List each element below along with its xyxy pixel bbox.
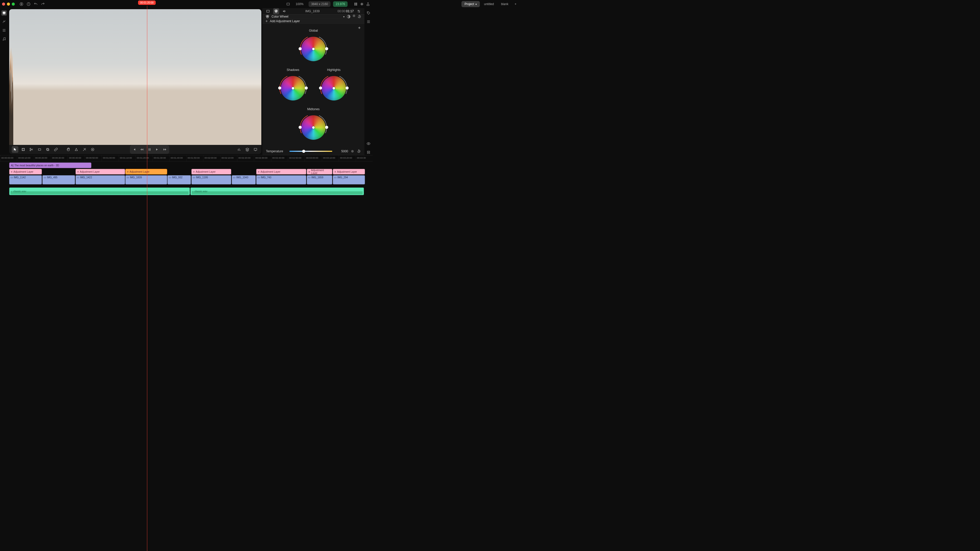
frame-tool[interactable]: [36, 146, 43, 153]
shadows-color-wheel[interactable]: [279, 74, 307, 102]
hand-tool[interactable]: [65, 146, 72, 153]
list-icon[interactable]: [1, 27, 7, 33]
status-group: 100% 3840 x 2160 23.976: [286, 1, 371, 7]
tag-icon[interactable]: [366, 10, 371, 16]
playhead-line[interactable]: [147, 155, 147, 209]
inspector-header: IMG_1839 00:00:01:17: [262, 8, 364, 14]
visibility-icon[interactable]: [366, 141, 371, 146]
highlights-color-wheel[interactable]: [320, 74, 348, 102]
media-browser-icon[interactable]: [1, 10, 7, 16]
title-track: A] The most beautiful places on earth - …: [9, 162, 363, 168]
fps-label[interactable]: 23.976: [333, 1, 348, 7]
highlights-wheel-label: Highlights: [320, 68, 348, 72]
inspector-tab-video[interactable]: [265, 8, 271, 14]
wheel-expand-icon[interactable]: [357, 26, 361, 30]
inspector-settings-icon[interactable]: [356, 8, 362, 14]
temp-keyframe-toggle[interactable]: [351, 150, 354, 152]
resolution-label[interactable]: 3840 x 2160: [309, 1, 331, 7]
copy-tool[interactable]: [45, 146, 51, 153]
audio-clip-2[interactable]: ♪classic.wav: [190, 187, 364, 195]
video-clip[interactable]: ▭IMG_1142: [9, 175, 42, 184]
marker-tool[interactable]: [89, 146, 96, 153]
maximize-window[interactable]: [12, 3, 15, 6]
svg-rect-10: [3, 14, 6, 14]
adjustment-clip[interactable]: ≡Adjustment Layer: [76, 169, 125, 175]
adjustment-track: ≡Adjustment Layer≡Adjustment Layer≡Adjus…: [9, 169, 363, 175]
mask-tool[interactable]: [81, 146, 88, 153]
pause-button[interactable]: [146, 146, 153, 153]
undo-icon[interactable]: [33, 2, 38, 6]
prev-frame-button[interactable]: [138, 146, 145, 153]
inspector-tab-audio[interactable]: [281, 8, 287, 14]
zoom-level[interactable]: 100%: [293, 1, 306, 7]
title-clip[interactable]: A] The most beautiful places on earth - …: [9, 162, 91, 168]
ruler-tick: 00:03:00:00: [305, 156, 321, 161]
svg-rect-50: [367, 151, 369, 152]
sparkle-icon[interactable]: [360, 2, 364, 6]
video-clip[interactable]: ▭IMG_1195: [191, 175, 231, 184]
svg-rect-4: [355, 3, 356, 4]
go-end-button[interactable]: [162, 146, 168, 153]
adjustment-clip[interactable]: ≡Adjustment Layer: [333, 169, 365, 175]
crop-tool[interactable]: [20, 146, 27, 153]
layers-icon[interactable]: [244, 146, 251, 153]
audio-meters-icon[interactable]: [236, 146, 242, 153]
video-clip[interactable]: ▭IMG_495: [42, 175, 75, 184]
display-icon[interactable]: [252, 146, 259, 153]
cut-tool[interactable]: [28, 146, 35, 153]
ruler-tick: 00:00:40:00: [68, 156, 84, 161]
effects-icon[interactable]: [1, 19, 7, 24]
video-clip[interactable]: ▭IMG_1043: [232, 175, 256, 184]
adjustment-clip[interactable]: ≡Adjustment Layer: [125, 169, 167, 175]
audio-clip-1[interactable]: ♪classic.wav: [9, 187, 190, 195]
aspect-icon[interactable]: [286, 2, 291, 6]
reset-icon[interactable]: [357, 14, 361, 19]
audio-tool-icon[interactable]: [1, 36, 7, 42]
video-clip[interactable]: ▭IMG_294: [333, 175, 365, 184]
redo-icon[interactable]: [40, 2, 45, 6]
contrast-icon[interactable]: [347, 14, 351, 19]
ruler-tick: 00:00:00:00: [0, 156, 17, 161]
pointer-tool[interactable]: [12, 146, 18, 153]
temperature-row: Temperature 5000: [262, 147, 364, 156]
link-tool[interactable]: [52, 146, 59, 153]
global-color-wheel[interactable]: [299, 35, 328, 63]
record-icon[interactable]: [19, 2, 24, 6]
stack-icon[interactable]: [366, 149, 371, 155]
video-clip[interactable]: ▭IMG_932: [167, 175, 191, 184]
adjustment-clip[interactable]: ≡Adjustment Layer: [307, 169, 332, 175]
adjustment-clip[interactable]: ≡Adjustment Layer: [256, 169, 306, 175]
midtones-color-wheel[interactable]: [299, 114, 328, 141]
adjustment-icon: ≡: [77, 170, 79, 173]
svg-point-12: [5, 39, 5, 40]
export-icon[interactable]: [366, 2, 371, 6]
properties-list-icon[interactable]: [366, 19, 371, 24]
preview-canvas[interactable]: [9, 9, 261, 145]
timeline-ruler[interactable]: 00:00:00:0000:00:10:0000:00:20:0000:00:3…: [0, 156, 372, 162]
go-start-button[interactable]: [131, 146, 138, 153]
color-wheel-dropdown[interactable]: Color Wheel ▾: [262, 14, 364, 19]
close-window[interactable]: [2, 3, 5, 6]
temperature-slider[interactable]: [290, 151, 332, 152]
history-icon[interactable]: [26, 2, 31, 6]
add-adjustment-layer-button[interactable]: + Add Adjustment Layer: [262, 19, 364, 24]
shape-tool[interactable]: [73, 146, 80, 153]
video-clip[interactable]: ▭IMG_1659: [307, 175, 332, 184]
video-clip[interactable]: ▭IMG_1422: [76, 175, 125, 184]
minimize-window[interactable]: [7, 3, 10, 6]
video-clip[interactable]: ▭IMG_1839: [125, 175, 167, 184]
svg-point-26: [30, 150, 31, 151]
ruler-tick: 00:02:40:00: [271, 156, 288, 161]
video-clip[interactable]: ▭IMG_743: [256, 175, 306, 184]
right-toolbar: [364, 8, 372, 155]
svg-point-11: [3, 40, 3, 41]
grid-icon[interactable]: [353, 2, 358, 6]
temp-reset-icon[interactable]: [357, 149, 361, 153]
inspector-timecode: 00:00:01:17: [338, 10, 354, 13]
keyframe-toggle[interactable]: [353, 14, 355, 17]
next-frame-button[interactable]: [154, 146, 161, 153]
adjustment-clip[interactable]: ≡Adjustment Layer: [191, 169, 231, 175]
ruler-tick: 00:01:10:00: [119, 156, 135, 161]
inspector-tab-color[interactable]: [273, 8, 279, 14]
adjustment-clip[interactable]: ≡Adjustment Layer: [9, 169, 42, 175]
